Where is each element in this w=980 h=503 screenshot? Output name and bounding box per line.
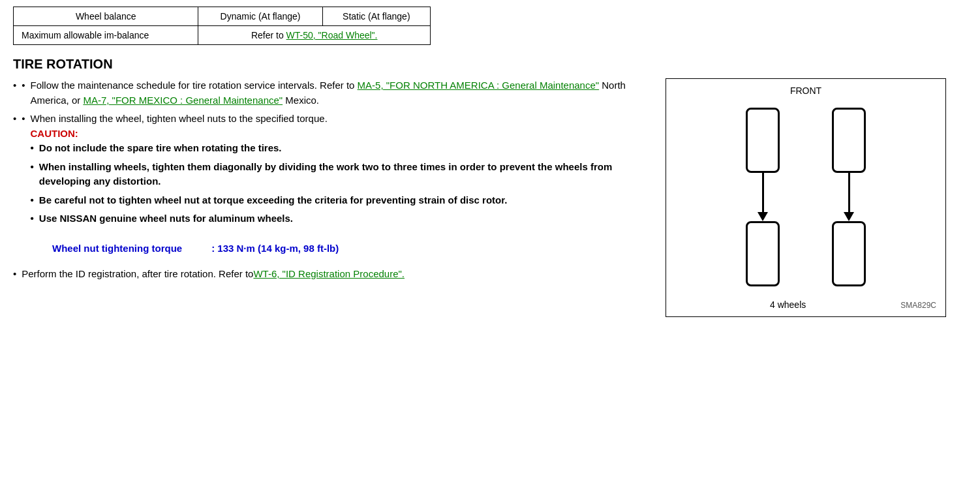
text-content: • Follow the maintenance schedule for ti… bbox=[13, 78, 652, 281]
diagram-wheels bbox=[673, 101, 939, 293]
wt50-link[interactable]: WT-50, "Road Wheel". bbox=[286, 30, 378, 40]
torque-value: 133 N·m (14 kg-m, 98 ft-lb) bbox=[217, 243, 339, 254]
caution-item-3: Be careful not to tighten wheel nut at t… bbox=[31, 193, 652, 208]
left-wheel-column bbox=[746, 108, 780, 286]
torque-label: Wheel nut tightening torque bbox=[52, 241, 209, 256]
bullet-marker-1: • bbox=[22, 78, 25, 93]
section-title: TIRE ROTATION bbox=[13, 57, 967, 72]
refer-text: Refer to bbox=[251, 30, 286, 40]
main-bullet-list: • Follow the maintenance schedule for ti… bbox=[13, 78, 652, 230]
ma5-link[interactable]: MA-5, "FOR NORTH AMERICA : General Maint… bbox=[358, 80, 600, 91]
left-arrow-head bbox=[758, 212, 768, 221]
right-wheel-column bbox=[832, 108, 866, 286]
bullet1-text: Follow the maintenance schedule for tire… bbox=[31, 78, 652, 108]
front-right-wheel bbox=[832, 108, 866, 173]
list-item-2: • When installing the wheel, tighten whe… bbox=[13, 112, 652, 230]
bullet1-text-after: Mexico. bbox=[283, 95, 319, 106]
content-area: • Follow the maintenance schedule for ti… bbox=[13, 78, 967, 317]
table-cell-label: Maximum allowable im-balance bbox=[14, 26, 198, 45]
ma7-link[interactable]: MA-7, "FOR MEXICO : General Maintenance" bbox=[83, 95, 283, 106]
caution-list: Do not include the spare tire when rotat… bbox=[31, 141, 652, 226]
tire-rotation-diagram: FRONT 4 wheels bbox=[666, 78, 946, 317]
right-arrow bbox=[844, 173, 854, 221]
caution-label: CAUTION: bbox=[31, 128, 78, 139]
diagram-wheels-label: 4 wheels bbox=[675, 299, 900, 310]
right-arrow-head bbox=[844, 212, 854, 221]
bottom-text-before: Perform the ID registration, after tire … bbox=[22, 267, 253, 282]
table-header-balance: Wheel balance bbox=[14, 7, 198, 26]
left-arrow bbox=[758, 173, 768, 221]
rear-right-wheel bbox=[832, 221, 866, 286]
rear-left-wheel bbox=[746, 221, 780, 286]
caution-item-4: Use NISSAN genuine wheel nuts for alumin… bbox=[31, 211, 652, 226]
bullet-marker-2: • bbox=[22, 112, 25, 127]
bullet1-text-before: Follow the maintenance schedule for tire… bbox=[31, 80, 358, 91]
caution-item-2: When installing wheels, tighten them dia… bbox=[31, 160, 652, 189]
torque-separator: : bbox=[211, 243, 217, 254]
front-left-wheel bbox=[746, 108, 780, 173]
bullet2-text: When installing the wheel, tighten wheel… bbox=[31, 112, 652, 230]
wheel-balance-table: Wheel balance Dynamic (At flange) Static… bbox=[13, 7, 431, 45]
list-item-1: • Follow the maintenance schedule for ti… bbox=[13, 78, 652, 108]
bottom-bullet: Perform the ID registration, after tire … bbox=[13, 267, 652, 282]
diagram-code: SMA829C bbox=[900, 301, 936, 310]
caution-item-1: Do not include the spare tire when rotat… bbox=[31, 141, 652, 156]
diagram-front-label: FRONT bbox=[673, 85, 939, 96]
table-cell-value: Refer to WT-50, "Road Wheel". bbox=[198, 26, 431, 45]
left-arrow-line bbox=[762, 173, 764, 212]
right-arrow-line bbox=[848, 173, 850, 212]
table-header-dynamic: Dynamic (At flange) bbox=[198, 7, 322, 26]
diagram-footer: 4 wheels SMA829C bbox=[673, 299, 939, 310]
torque-box: Wheel nut tightening torque : 133 N·m (1… bbox=[52, 241, 652, 256]
wt6-link[interactable]: WT-6, "ID Registration Procedure". bbox=[253, 267, 405, 282]
table-header-static: Static (At flange) bbox=[322, 7, 430, 26]
